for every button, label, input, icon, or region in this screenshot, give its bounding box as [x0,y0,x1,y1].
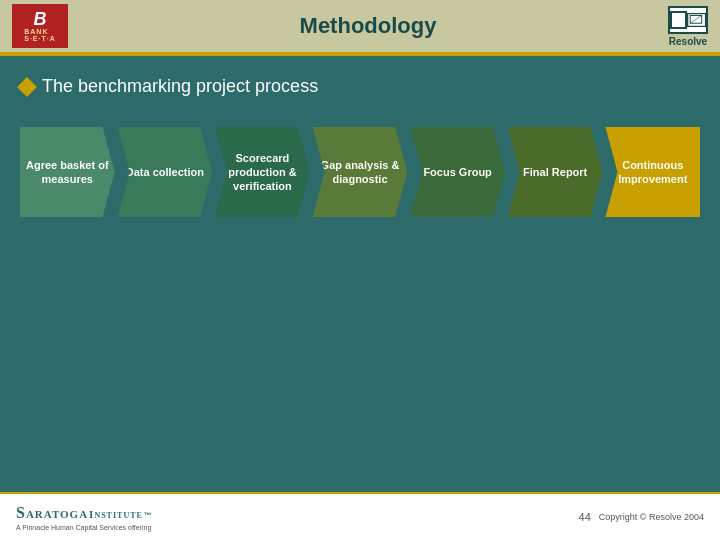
bank-seta-logo: B BANKS·E·T·A [12,4,68,48]
footer-tagline: A Pinnacle Human Capital Services offeri… [16,524,152,531]
step-6-label: Final Report [523,165,587,179]
bank-seta-label: BANKS·E·T·A [24,28,56,42]
footer-right: 44 Copyright © Resolve 2004 [579,511,704,523]
footer: Saratoga Institute ™ A Pinnacle Human Ca… [0,492,720,540]
resolve-icon [668,6,708,34]
resolve-logo: Resolve [668,6,708,47]
svg-line-2 [690,15,702,23]
step-gap-analysis: Gap analysis & diagnostic [313,127,408,217]
page-number: 44 [579,511,591,523]
step-continuous-improvement: Continuous Improvement [605,127,700,217]
process-steps: Agree basket of measures Data collection… [20,127,700,217]
step-3-label: Scorecard production & verification [221,151,304,194]
step-agree-basket: Agree basket of measures [20,127,115,217]
main-content: The benchmarking project process Agree b… [0,56,720,492]
step-1-label: Agree basket of measures [26,158,109,187]
page-title: Methodology [68,13,668,39]
saratoga-logo: Saratoga Institute ™ [16,504,152,522]
diamond-icon [17,77,37,97]
bank-b-letter: B [33,10,46,28]
institute-label: Institute [89,508,143,520]
step-focus-group: Focus Group [410,127,505,217]
resolve-text: Resolve [669,36,707,47]
saratoga-name: Saratoga [16,504,88,522]
step-5-label: Focus Group [423,165,491,179]
trademark-symbol: ™ [144,511,152,520]
step-7-label: Continuous Improvement [611,158,694,187]
step-data-collection: Data collection [118,127,213,217]
step-4-label: Gap analysis & diagnostic [319,158,402,187]
step-final-report: Final Report [508,127,603,217]
section-title-text: The benchmarking project process [42,76,318,97]
header: B BANKS·E·T·A Methodology Resolve [0,0,720,52]
step-2-label: Data collection [126,165,204,179]
step-scorecard: Scorecard production & verification [215,127,310,217]
section-title-row: The benchmarking project process [20,76,700,97]
copyright-text: Copyright © Resolve 2004 [599,512,704,522]
